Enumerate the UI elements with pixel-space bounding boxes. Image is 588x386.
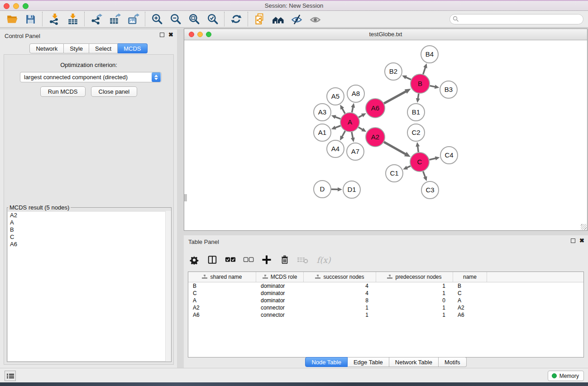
column-header-name[interactable]: name <box>453 272 487 282</box>
edge-B-B2[interactable] <box>405 77 411 80</box>
table-cell[interactable]: A6 <box>188 311 256 319</box>
mcds-list-scrollbar[interactable] <box>165 211 171 362</box>
run-mcds-button[interactable]: Run MCDS <box>40 86 86 97</box>
table-cell[interactable]: 1 <box>376 311 453 319</box>
minimize-window-button[interactable] <box>13 3 19 9</box>
table-cell[interactable]: C <box>453 290 487 297</box>
export-network-button[interactable] <box>87 11 105 27</box>
table-row[interactable]: Bdominator41B <box>188 282 583 290</box>
table-row[interactable]: A6connector11A6 <box>188 311 583 319</box>
column-header-shared-name[interactable]: shared name <box>188 272 256 282</box>
table-cell[interactable]: 0 <box>376 297 453 304</box>
close-panel-icon[interactable]: ✖ <box>168 33 173 37</box>
column-header-MCDS-role[interactable]: MCDS role <box>256 272 304 282</box>
table-row[interactable]: Adominator80A <box>188 297 583 304</box>
tab-edge-table[interactable]: Edge Table <box>348 357 389 367</box>
clone-network-button[interactable] <box>250 11 269 27</box>
hide-graphics-details-button[interactable] <box>287 11 306 27</box>
edge-A2-C[interactable] <box>384 142 406 155</box>
mcds-result-item[interactable]: C <box>8 234 171 241</box>
network-close-button[interactable] <box>189 32 194 37</box>
edge-A-A1[interactable] <box>335 126 340 128</box>
table-cell[interactable]: A2 <box>453 304 487 311</box>
zoom-selected-button[interactable] <box>203 11 222 27</box>
mcds-result-item[interactable]: A <box>8 219 171 226</box>
zoom-in-button[interactable] <box>148 11 166 27</box>
network-vertical-scrollbar[interactable] <box>184 194 187 201</box>
table-cell[interactable]: 4 <box>304 290 376 297</box>
edge-C-C2[interactable] <box>418 146 419 152</box>
home-browser-button[interactable] <box>269 11 287 27</box>
memory-button[interactable]: Memory <box>548 371 584 381</box>
float-panel-icon[interactable] <box>160 33 164 37</box>
table-cell[interactable]: 1 <box>376 304 453 311</box>
network-maximize-button[interactable] <box>206 32 211 37</box>
table-cell[interactable]: 4 <box>304 282 376 290</box>
table-cell[interactable]: B <box>453 282 487 290</box>
table-cell[interactable]: A2 <box>188 304 256 311</box>
edge-A-A3[interactable] <box>335 117 340 119</box>
edge-A-A5[interactable] <box>342 108 345 114</box>
mcds-result-list[interactable]: A2ABCA6 <box>8 212 171 361</box>
network-window-titlebar[interactable]: testGlobe.txt <box>184 29 587 40</box>
deselect-all-button[interactable] <box>243 254 254 266</box>
import-network-button[interactable] <box>45 11 63 27</box>
export-table-button[interactable] <box>105 11 124 27</box>
tab-node-table[interactable]: Node Table <box>305 357 348 367</box>
mcds-result-item[interactable]: A2 <box>8 212 171 219</box>
export-image-button[interactable] <box>124 11 143 27</box>
delete-table-button[interactable] <box>297 254 309 266</box>
table-cell[interactable]: 8 <box>304 297 376 304</box>
table-cell[interactable]: A6 <box>453 311 487 319</box>
table-cell[interactable]: 1 <box>304 311 376 319</box>
select-all-button[interactable] <box>225 254 236 266</box>
table-cell[interactable]: connector <box>256 304 304 311</box>
edge-A-A7[interactable] <box>352 132 353 139</box>
column-header-successor-nodes[interactable]: successor nodes <box>304 272 376 282</box>
table-cell[interactable]: A <box>188 297 256 304</box>
zoom-out-button[interactable] <box>166 11 185 27</box>
show-graphics-details-button[interactable] <box>306 11 325 27</box>
close-panel-button[interactable]: Close panel <box>91 86 138 97</box>
import-table-button[interactable] <box>63 11 82 27</box>
network-resize-grip[interactable] <box>581 224 587 230</box>
close-panel-icon[interactable]: ✖ <box>579 238 584 243</box>
function-builder-button[interactable]: f(x) <box>315 254 332 266</box>
save-session-button[interactable] <box>21 11 40 27</box>
tab-select[interactable]: Select <box>89 43 118 53</box>
table-cell[interactable]: connector <box>256 311 304 319</box>
table-cell[interactable]: C <box>188 290 256 297</box>
tab-motifs[interactable]: Motifs <box>439 357 467 367</box>
network-minimize-button[interactable] <box>197 32 203 37</box>
close-window-button[interactable] <box>4 3 10 9</box>
edge-A6-B[interactable] <box>384 91 406 103</box>
column-header-predecessor-nodes[interactable]: predecessor nodes <box>376 272 453 282</box>
task-history-button[interactable] <box>5 371 16 381</box>
table-cell[interactable]: dominator <box>256 290 304 297</box>
network-canvas[interactable]: AA1A2A3A4A5A6A7A8BB1B2B3B4CC1C2C3C4DD1 <box>184 40 587 230</box>
table-cell[interactable]: 1 <box>376 282 453 290</box>
tab-network[interactable]: Network <box>29 43 64 53</box>
table-cell[interactable]: 1 <box>376 290 453 297</box>
maximize-window-button[interactable] <box>23 3 29 9</box>
mcds-result-item[interactable]: A6 <box>8 241 171 248</box>
table-cell[interactable]: dominator <box>256 297 304 304</box>
open-file-button[interactable] <box>3 11 21 27</box>
edge-B-B4[interactable] <box>423 67 425 74</box>
refresh-button[interactable] <box>227 11 245 27</box>
edge-C-C3[interactable] <box>423 172 425 178</box>
table-cell[interactable]: B <box>188 282 256 290</box>
table-row[interactable]: Cdominator41C <box>188 290 583 297</box>
search-input[interactable] <box>449 14 583 24</box>
zoom-fit-button[interactable] <box>185 11 203 27</box>
delete-row-button[interactable] <box>279 254 291 266</box>
table-row[interactable]: A2connector11A2 <box>188 304 583 311</box>
float-panel-icon[interactable] <box>571 238 575 243</box>
mcds-result-item[interactable]: B <box>8 226 171 234</box>
table-cell[interactable]: 1 <box>304 304 376 311</box>
optimization-criterion-select[interactable]: largest connected component (directed) <box>20 72 162 82</box>
edge-A-A4[interactable] <box>342 131 345 137</box>
tab-style[interactable]: Style <box>64 43 89 53</box>
table-cell[interactable]: A <box>453 297 487 304</box>
show-column-panel-button[interactable] <box>206 254 218 266</box>
